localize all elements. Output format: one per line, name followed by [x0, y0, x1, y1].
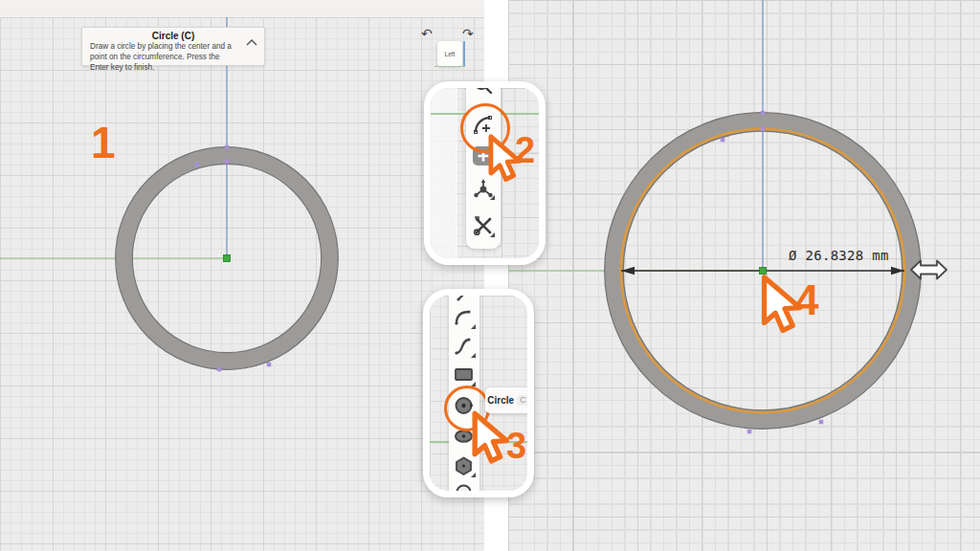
step-label-4: 4	[795, 279, 818, 321]
chevron-up-icon[interactable]	[246, 39, 257, 46]
tooltip-title: Circle (C)	[82, 31, 264, 41]
circle-tool-tooltip: Circle C	[485, 387, 527, 413]
orbit-cw-icon[interactable]: ↷	[462, 26, 474, 41]
snap-point-markers	[721, 111, 824, 434]
cad-tutorial-screenshot: Circle (C) Draw a circle by placing the …	[0, 0, 980, 551]
right-sketch-canvas: Ø 26.8328 mm 4	[508, 0, 980, 551]
sketch-drawing	[0, 0, 484, 551]
pointer-cursor-icon	[472, 410, 511, 465]
arc-icon[interactable]	[453, 306, 476, 329]
center-point[interactable]	[224, 255, 231, 262]
viewcube-blue-axis	[463, 41, 465, 67]
search-icon[interactable]	[472, 88, 495, 98]
orbit-ccw-icon[interactable]: ↶	[421, 26, 433, 41]
viewcube-green-axis	[434, 66, 465, 67]
tool-tooltip: Circle (C) Draw a circle by placing the …	[81, 27, 265, 66]
horizontal-resize-cursor-icon	[910, 256, 947, 284]
tooltip-label: Circle	[487, 395, 514, 406]
spline-icon[interactable]	[453, 335, 476, 358]
viewcube-left-face[interactable]: Left	[437, 41, 462, 66]
rectangle-icon[interactable]	[453, 364, 476, 386]
dimension-value[interactable]: Ø 26.8328 mm	[789, 248, 889, 263]
step-label-3: 3	[506, 428, 526, 464]
sketch-tools-callout: Circle C 3	[423, 289, 534, 497]
step-label-1: 1	[91, 121, 116, 165]
main-toolbar-callout: 2	[424, 81, 546, 265]
tools-icon[interactable]	[472, 214, 495, 237]
left-sketch-canvas: Circle (C) Draw a circle by placing the …	[0, 0, 484, 551]
shortcut-key-badge: C	[517, 395, 527, 406]
slot-icon[interactable]	[453, 482, 476, 491]
step-label-2: 2	[515, 132, 535, 168]
tooltip-body: Draw a circle by placing the center and …	[90, 42, 240, 73]
line-icon[interactable]	[453, 296, 476, 303]
